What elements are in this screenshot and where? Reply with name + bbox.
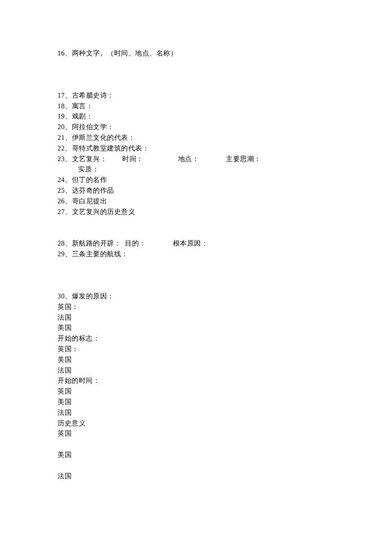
country-uk: 英国 [58,428,334,439]
question-24: 24、但丁的名作 [58,175,334,185]
country-france: 法国 [58,365,334,376]
blank-space [58,439,334,450]
country-usa: 美国 [58,355,334,365]
question-25: 25、达芬奇的作品 [58,185,334,196]
country-usa: 美国 [58,450,334,460]
country-usa: 美国 [58,323,334,333]
country-france: 法国 [58,408,334,418]
question-21: 21、伊斯兰文化的代表： [58,133,334,143]
country-uk: 英国： [58,344,334,355]
blank-space [58,217,334,238]
question-29: 29、三条主要的航线： [58,249,334,260]
blank-space [58,460,334,471]
question-30: 30、爆发的原因： [58,291,334,302]
question-26: 26、哥白尼提出 [58,196,334,207]
question-17: 17、古希腊史诗： [58,90,334,101]
label-start-mark: 开始的标志： [58,333,334,344]
question-22: 22、哥特式教堂建筑的代表： [58,143,334,154]
question-20: 20、阿拉伯文学： [58,122,334,133]
question-23: 23、文艺复兴： 时间： 地点： 主要思潮： [58,154,334,165]
question-19: 19、戏剧： [58,111,334,122]
question-27: 27、文艺复兴的历史意义 [58,207,334,217]
country-usa: 美国 [58,397,334,408]
question-18: 18、寓言： [58,101,334,112]
question-16: 16、两种文字。（时间、地点、名称） [58,48,334,59]
country-uk: 英国： [58,302,334,312]
question-28: 28、新航路的开辟： 目的： 根本原因： [58,238,334,249]
blank-space [58,260,334,291]
country-uk: 英国 [58,386,334,397]
country-france: 法国 [58,312,334,323]
label-start-time: 开始的时间： [58,376,334,386]
blank-space [58,59,334,90]
label-historical-meaning: 历史意义 [58,418,334,429]
question-23-sub: 实质： [58,164,334,175]
country-france: 法国 [58,471,334,482]
